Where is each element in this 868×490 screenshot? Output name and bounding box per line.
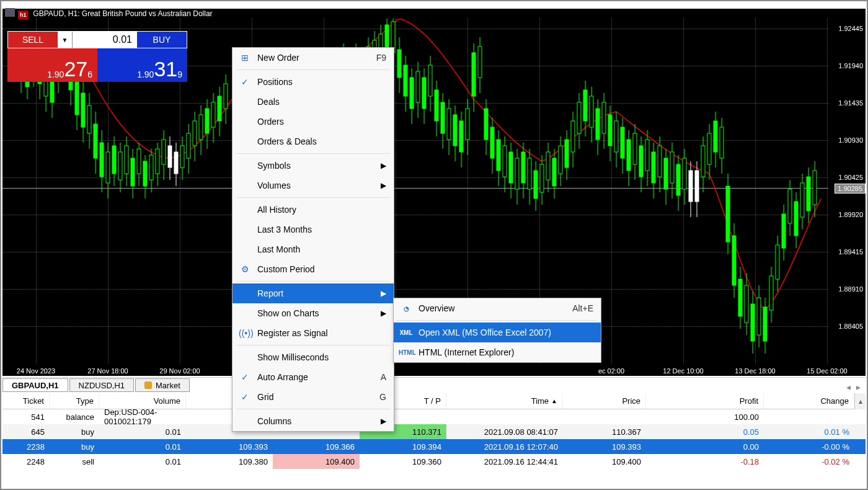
sell-price-prefix: 1.90 xyxy=(47,69,64,79)
time-tick: 29 Nov 02:00 xyxy=(159,367,200,375)
ctx-last-month[interactable]: Last Month xyxy=(232,239,394,259)
ctx-show-milliseconds[interactable]: Show Milliseconds xyxy=(232,347,394,367)
svg-rect-133 xyxy=(441,102,445,133)
time-tick: 15 Dec 02:00 xyxy=(807,367,847,375)
time-scale: 24 Nov 2023 27 Nov 18:00 29 Nov 02:00 30… xyxy=(2,363,828,376)
svg-rect-215 xyxy=(695,171,699,202)
sub-open-xml[interactable]: XML Open XML (MS Office Excel 2007) xyxy=(394,323,601,342)
table-row[interactable]: 2248 sell 0.01 109.380 109.400 109.360 2… xyxy=(2,454,866,469)
svg-rect-19 xyxy=(75,81,79,115)
sort-asc-icon: ▲ xyxy=(551,398,557,404)
sub-html[interactable]: HTML HTML (Internet Explorer) xyxy=(394,342,601,362)
svg-rect-143 xyxy=(472,53,476,96)
svg-rect-173 xyxy=(565,140,569,167)
svg-rect-23 xyxy=(87,105,91,133)
ctx-all-history[interactable]: All History xyxy=(232,200,394,220)
volume-dropdown[interactable]: ▼ xyxy=(58,32,73,48)
submenu-arrow-icon: ▶ xyxy=(381,289,386,298)
table-row[interactable]: 2238 buy 0.01 109.393 109.366 109.394 20… xyxy=(2,439,866,454)
ctx-show-on-charts[interactable]: Show on Charts▶ xyxy=(232,303,394,323)
svg-rect-21 xyxy=(81,93,85,127)
ctx-orders[interactable]: Orders xyxy=(232,112,394,131)
th-price2[interactable]: Price xyxy=(563,393,646,409)
svg-rect-231 xyxy=(745,285,748,323)
table-scroll-up[interactable]: ▴ xyxy=(854,393,866,409)
ctx-last-3-months[interactable]: Last 3 Months xyxy=(232,220,394,239)
svg-rect-131 xyxy=(435,90,438,121)
sub-overview[interactable]: ◔ Overview Alt+E xyxy=(394,298,601,318)
buy-price-sup: 9 xyxy=(177,69,182,79)
th-volume[interactable]: Volume xyxy=(99,393,186,409)
chart-tab-nzdusd[interactable]: NZDUSD,H1 xyxy=(69,378,134,392)
svg-rect-119 xyxy=(397,50,401,78)
buy-price-box[interactable]: 1.90 31 9 xyxy=(97,48,187,82)
svg-rect-41 xyxy=(143,161,147,186)
svg-rect-211 xyxy=(683,158,686,189)
th-profit[interactable]: Profit xyxy=(646,393,764,409)
table-row[interactable]: 645 buy 0.01 110.371 2021.09.08 08:41:07… xyxy=(2,424,866,439)
time-tick: 13 Dec 18:00 xyxy=(735,367,775,375)
ctx-symbols[interactable]: Symbols▶ xyxy=(232,156,394,176)
svg-rect-183 xyxy=(596,109,600,140)
svg-rect-203 xyxy=(658,146,662,177)
table-row[interactable]: 541 balance Dep:USD-004-0010021:179 100.… xyxy=(2,409,866,424)
tab-scroll-left[interactable]: ◂ xyxy=(843,382,853,392)
price-tick: 1.91940 xyxy=(838,62,863,69)
ctx-auto-arrange[interactable]: ✓ Auto Arrange A xyxy=(232,367,394,387)
time-tick: ec 02:00 xyxy=(598,367,624,375)
svg-rect-181 xyxy=(590,96,593,127)
svg-rect-163 xyxy=(534,171,538,198)
chart-title-bar: h1 GBPAUD, H1: Great British Pound vs Au… xyxy=(2,9,866,19)
svg-rect-239 xyxy=(769,276,773,310)
buy-price-prefix: 1.90 xyxy=(137,69,154,79)
tab-scroll-right[interactable]: ▸ xyxy=(853,382,863,392)
price-tick: 1.89920 xyxy=(838,211,863,218)
sell-button[interactable]: SELL xyxy=(8,32,58,48)
submenu-arrow-icon: ▶ xyxy=(381,309,386,318)
terminal-table: Ticket Type Volume T / P Time▲ Price Pro… xyxy=(2,393,866,483)
sell-price-box[interactable]: 1.90 27 6 xyxy=(7,48,97,82)
svg-rect-39 xyxy=(137,149,141,174)
sell-price-big: 27 xyxy=(64,58,87,79)
svg-rect-197 xyxy=(639,146,643,177)
ctx-deals[interactable]: Deals xyxy=(232,92,394,112)
ctx-grid[interactable]: ✓ Grid G xyxy=(232,387,394,407)
chart-tab-market[interactable]: Market xyxy=(135,378,190,392)
ctx-volumes[interactable]: Volumes▶ xyxy=(232,176,394,195)
price-tick: 1.88910 xyxy=(838,285,863,293)
ctx-positions[interactable]: ✓ Positions xyxy=(232,72,394,92)
ctx-columns[interactable]: Columns▶ xyxy=(232,411,394,431)
svg-rect-145 xyxy=(478,47,482,78)
volume-input[interactable]: 0.01 xyxy=(73,32,137,48)
ctx-custom-period[interactable]: ⚙ Custom Period xyxy=(232,259,394,279)
svg-rect-227 xyxy=(732,236,736,285)
ctx-new-order[interactable]: ⊞ New Order F9 xyxy=(232,48,394,68)
svg-rect-53 xyxy=(180,146,184,167)
chart-tab-gbpaud[interactable]: GBPAUD,H1 xyxy=(2,378,68,392)
th-time[interactable]: Time▲ xyxy=(446,393,563,409)
check-icon: ✓ xyxy=(241,392,249,402)
gear-icon: ⚙ xyxy=(239,264,251,274)
ctx-orders-deals[interactable]: Orders & Deals xyxy=(232,131,394,151)
svg-rect-199 xyxy=(645,140,649,171)
th-type[interactable]: Type xyxy=(50,393,99,409)
submenu-arrow-icon: ▶ xyxy=(381,417,386,425)
svg-rect-151 xyxy=(497,140,500,171)
th-change[interactable]: Change xyxy=(764,393,854,409)
th-ticket[interactable]: Ticket xyxy=(2,393,50,409)
ctx-report[interactable]: Report▶ xyxy=(232,283,394,303)
buy-button[interactable]: BUY xyxy=(137,32,187,48)
svg-rect-137 xyxy=(453,115,457,146)
svg-rect-159 xyxy=(521,152,525,183)
svg-rect-139 xyxy=(459,121,463,152)
svg-rect-29 xyxy=(106,152,110,183)
price-tick: 1.89415 xyxy=(838,248,863,256)
svg-rect-31 xyxy=(112,146,116,174)
price-tick: 1.90930 xyxy=(838,136,863,144)
svg-rect-177 xyxy=(577,102,581,133)
ctx-register-signal[interactable]: ((•)) Register as Signal xyxy=(232,323,394,343)
svg-rect-55 xyxy=(187,133,190,158)
svg-rect-235 xyxy=(757,298,761,335)
market-icon xyxy=(144,381,152,389)
svg-rect-223 xyxy=(720,127,724,158)
